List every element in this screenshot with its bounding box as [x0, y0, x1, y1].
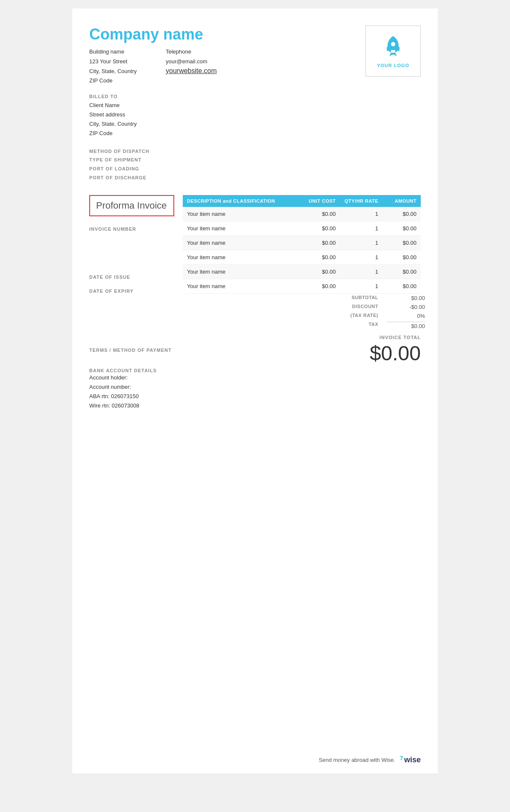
method-of-dispatch: METHOD OF DISPATCH — [89, 147, 421, 156]
svg-rect-1 — [387, 47, 388, 51]
row-description: Your item name — [187, 211, 293, 217]
row-amount: $0.00 — [378, 254, 416, 260]
address-line2: 123 Your Street — [89, 57, 166, 66]
date-of-issue-label: DATE OF ISSUE — [89, 273, 176, 282]
tax-rate-value: 0% — [387, 313, 425, 319]
invoice-total-amount: $0.00 — [370, 342, 421, 365]
row-qty: 1 — [336, 225, 378, 232]
email: your@email.com — [166, 57, 251, 66]
address-line4: ZIP Code — [89, 76, 166, 85]
terms-label: TERMS / METHOD OF PAYMENT — [89, 348, 183, 353]
row-unit-cost: $0.00 — [293, 269, 336, 275]
row-qty: 1 — [336, 240, 378, 246]
bottom-section: TERMS / METHOD OF PAYMENT BANK ACCOUNT D… — [89, 335, 421, 410]
address-line1: Building name — [89, 48, 166, 57]
row-unit-cost: $0.00 — [293, 225, 336, 232]
bank-account-label: BANK ACCOUNT DETAILS — [89, 368, 183, 373]
table-row: Your item name $0.00 1 $0.00 — [183, 207, 421, 221]
row-unit-cost: $0.00 — [293, 254, 336, 260]
row-description: Your item name — [187, 269, 293, 275]
tax-label: TAX — [332, 322, 387, 329]
port-of-discharge: PORT OF DISCHARGE — [89, 173, 421, 182]
tax-row: TAX $0.00 — [327, 320, 421, 331]
client-zip: ZIP Code — [89, 129, 421, 138]
billed-to-section: BILLED TO Client Name Street address Cit… — [89, 94, 421, 138]
shipping-section: METHOD OF DISPATCH TYPE OF SHIPMENT PORT… — [89, 147, 421, 183]
svg-rect-2 — [398, 47, 400, 51]
row-amount: $0.00 — [378, 225, 416, 232]
row-description: Your item name — [187, 283, 293, 289]
header-qty: QTY/HR RATE — [336, 198, 378, 204]
invoice-page: Company name Building name Telephone 123… — [72, 8, 438, 773]
row-unit-cost: $0.00 — [293, 240, 336, 246]
wise-icon: ⁷ — [400, 755, 403, 765]
row-qty: 1 — [336, 283, 378, 289]
row-amount: $0.00 — [378, 283, 416, 289]
invoice-title: Proforma Invoice — [89, 195, 174, 216]
table-row: Your item name $0.00 1 $0.00 — [183, 265, 421, 279]
discount-value: -$0.00 — [387, 304, 425, 310]
header-section: Company name Building name Telephone 123… — [89, 25, 421, 85]
left-column: Proforma Invoice INVOICE NUMBER DATE OF … — [89, 195, 183, 331]
row-amount: $0.00 — [378, 269, 416, 275]
account-number: Account number: — [89, 382, 183, 392]
table-row: Your item name $0.00 1 $0.00 — [183, 236, 421, 250]
table-row: Your item name $0.00 1 $0.00 — [183, 250, 421, 265]
company-info: Company name Building name Telephone 123… — [89, 25, 251, 85]
subtotal-label: SUBTOTAL — [332, 295, 387, 301]
account-holder: Account holder: — [89, 373, 183, 382]
website[interactable]: yourwebsite.com — [166, 67, 251, 76]
tax-rate-label: (TAX RATE) — [332, 313, 387, 319]
row-qty: 1 — [336, 211, 378, 217]
table-row: Your item name $0.00 1 $0.00 — [183, 279, 421, 294]
header-description: DESCRIPTION and CLASSIFICATION — [187, 198, 293, 204]
footer-text: Send money abroad with Wise. — [319, 757, 395, 763]
row-unit-cost: $0.00 — [293, 211, 336, 217]
row-qty: 1 — [336, 269, 378, 275]
bank-details: Account holder: Account number: ABA rtn:… — [89, 373, 183, 410]
table-body: Your item name $0.00 1 $0.00 Your item n… — [183, 207, 421, 294]
subtotal-row: SUBTOTAL $0.00 — [327, 294, 421, 303]
client-name: Client Name — [89, 101, 421, 110]
right-column: DESCRIPTION and CLASSIFICATION UNIT COST… — [183, 195, 421, 331]
discount-row: DISCOUNT -$0.00 — [327, 303, 421, 311]
rocket-icon — [382, 34, 404, 60]
tax-value: $0.00 — [387, 322, 425, 329]
type-of-shipment: TYPE OF SHIPMENT — [89, 156, 421, 164]
invoice-area: Proforma Invoice INVOICE NUMBER DATE OF … — [89, 195, 421, 331]
logo-label: YOUR LOGO — [377, 63, 409, 68]
client-city: City, State, Country — [89, 119, 421, 129]
row-amount: $0.00 — [378, 240, 416, 246]
row-description: Your item name — [187, 225, 293, 232]
left-bottom: TERMS / METHOD OF PAYMENT BANK ACCOUNT D… — [89, 335, 183, 410]
tax-rate-row: (TAX RATE) 0% — [327, 311, 421, 320]
discount-label: DISCOUNT — [332, 304, 387, 310]
telephone-label: Telephone — [166, 48, 251, 57]
table-header: DESCRIPTION and CLASSIFICATION UNIT COST… — [183, 195, 421, 207]
row-unit-cost: $0.00 — [293, 283, 336, 289]
row-qty: 1 — [336, 254, 378, 260]
logo-box: YOUR LOGO — [366, 25, 421, 76]
wise-logo: ⁷ wise — [400, 755, 421, 765]
invoice-number-label: INVOICE NUMBER — [89, 225, 176, 234]
footer: Send money abroad with Wise. ⁷ wise — [319, 755, 421, 765]
svg-point-0 — [391, 42, 395, 46]
billed-to-label: BILLED TO — [89, 94, 421, 99]
aba-rtn: ABA rtn: 026073150 — [89, 392, 183, 401]
right-bottom: INVOICE TOTAL $0.00 — [370, 335, 421, 365]
address-line3: City, State, Country — [89, 67, 166, 76]
totals-section: SUBTOTAL $0.00 DISCOUNT -$0.00 (TAX RATE… — [183, 294, 421, 331]
subtotal-value: $0.00 — [387, 295, 425, 301]
invoice-total-label: INVOICE TOTAL — [370, 335, 421, 340]
header-amount: AMOUNT — [378, 198, 416, 204]
wise-brand: wise — [404, 755, 421, 764]
company-address: Building name Telephone 123 Your Street … — [89, 48, 251, 85]
client-street: Street address — [89, 110, 421, 119]
date-of-expiry-label: DATE OF EXPIRY — [89, 287, 176, 296]
wire-rtn: Wire rtn: 026073008 — [89, 401, 183, 410]
company-name: Company name — [89, 25, 251, 43]
row-amount: $0.00 — [378, 211, 416, 217]
row-description: Your item name — [187, 240, 293, 246]
table-row: Your item name $0.00 1 $0.00 — [183, 221, 421, 236]
header-unit-cost: UNIT COST — [293, 198, 336, 204]
